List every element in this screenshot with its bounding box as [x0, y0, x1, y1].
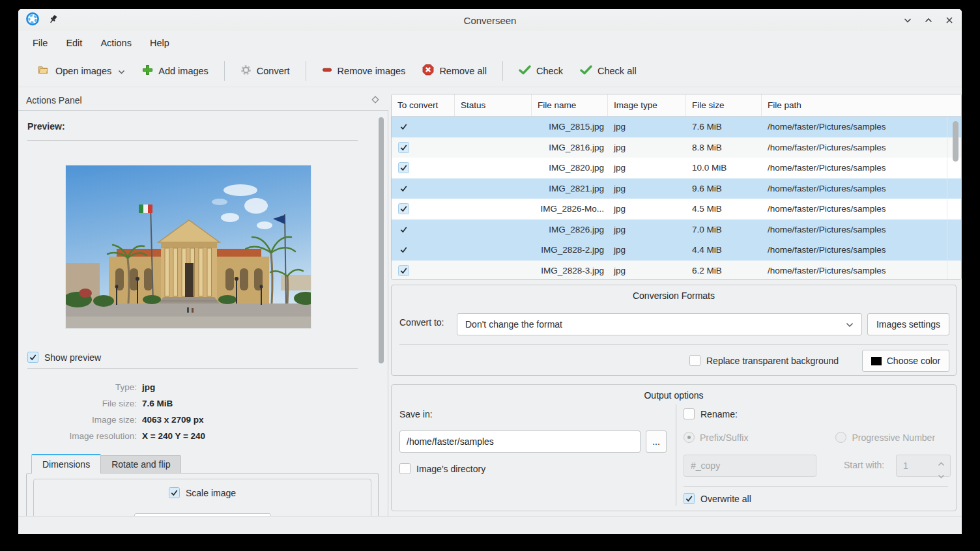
col-file-path[interactable]: File path — [762, 94, 948, 116]
row-checkbox[interactable] — [398, 203, 409, 214]
tab-rotate-flip[interactable]: Rotate and flip — [101, 455, 181, 473]
cell-file-path: /home/faster/Pictures/samples — [762, 143, 948, 152]
overwrite-all-checkbox[interactable]: Overwrite all — [684, 493, 751, 504]
cell-file-size: 4.5 MiB — [686, 204, 762, 214]
table-row[interactable]: IMG_2820.jpg jpg 10.0 MiB /home/faster/P… — [392, 158, 961, 178]
table-row[interactable]: IMG_2816.jpg jpg 8.8 MiB /home/faster/Pi… — [392, 137, 961, 158]
replace-background-checkbox[interactable]: Replace transparent background — [689, 355, 839, 366]
cell-file-size: 10.0 MiB — [686, 163, 762, 173]
row-checkbox[interactable] — [398, 265, 409, 276]
radio-selected-icon — [684, 432, 695, 443]
open-images-button[interactable]: Open images — [31, 59, 132, 82]
menu-help[interactable]: Help — [141, 34, 179, 52]
checkbox-unchecked-icon — [399, 463, 411, 474]
cell-file-size: 6.2 MiB — [686, 266, 762, 276]
col-to-convert[interactable]: To convert — [392, 94, 455, 116]
start-with-value: 1 — [903, 460, 908, 471]
resolution-label: Image resolution: — [18, 431, 137, 441]
table-row[interactable]: IMG_2828-3.jpg jpg 6.2 MiB /home/faster/… — [392, 261, 961, 281]
check-button[interactable]: Check — [512, 60, 569, 82]
cell-file-size: 7.0 MiB — [686, 225, 762, 234]
save-in-label: Save in: — [399, 409, 433, 419]
col-status[interactable]: Status — [455, 94, 532, 116]
close-button[interactable] — [944, 14, 955, 26]
images-directory-checkbox[interactable]: Image's directory — [399, 463, 485, 474]
rename-mode-radios: Prefix/Suffix Progressive Number — [684, 432, 949, 443]
table-row[interactable]: IMG_2821.jpg jpg 9.6 MiB /home/faster/Pi… — [392, 178, 961, 199]
format-combobox[interactable]: Don't change the format — [457, 313, 862, 335]
divider — [27, 368, 358, 369]
cell-image-type: jpg — [608, 163, 686, 173]
color-swatch — [871, 357, 882, 365]
table-row[interactable]: IMG_2826.jpg jpg 7.0 MiB /home/faster/Pi… — [392, 219, 961, 240]
rename-checkbox[interactable]: Rename: — [684, 408, 738, 419]
cell-image-type: jpg — [608, 184, 686, 193]
show-preview-checkbox[interactable]: Show preview — [27, 352, 101, 363]
images-settings-label: Images settings — [876, 319, 940, 330]
convert-button[interactable]: Convert — [234, 59, 296, 83]
cell-file-name: IMG_2821.jpg — [532, 184, 608, 193]
images-settings-button[interactable]: Images settings — [867, 313, 949, 335]
remove-all-label: Remove all — [439, 66, 487, 76]
checkbox-checked-icon — [27, 352, 38, 363]
menu-actions[interactable]: Actions — [91, 34, 141, 52]
checkbox-checked-icon — [169, 487, 180, 498]
converseen-window: Converseen File Edit Actions Help Open i… — [18, 9, 962, 534]
maximize-button[interactable] — [923, 14, 934, 26]
table-row[interactable]: IMG_2828-2.jpg jpg 4.4 MiB /home/faster/… — [392, 240, 961, 261]
check-icon — [519, 65, 531, 77]
check-all-button[interactable]: Check all — [573, 60, 643, 82]
cell-file-path: /home/faster/Pictures/samples — [762, 266, 948, 276]
menu-edit[interactable]: Edit — [57, 34, 91, 52]
scale-image-checkbox[interactable]: Scale image — [34, 487, 371, 498]
output-options-group: Output options Save in: ... Image's dire… — [391, 384, 957, 511]
col-file-name[interactable]: File name — [532, 94, 608, 116]
menu-file[interactable]: File — [23, 34, 57, 52]
cell-image-type: jpg — [608, 122, 686, 132]
overwrite-all-label: Overwrite all — [700, 494, 751, 504]
cell-file-name: IMG_2826.jpg — [532, 225, 608, 234]
choose-color-button[interactable]: Choose color — [862, 350, 949, 372]
progressive-number-radio[interactable]: Progressive Number — [835, 432, 935, 443]
cell-image-type: jpg — [608, 204, 686, 214]
cell-file-path: /home/faster/Pictures/samples — [762, 184, 948, 193]
toolbar-separator — [502, 61, 503, 81]
row-checkbox[interactable] — [398, 142, 409, 153]
remove-images-button[interactable]: Remove images — [315, 59, 412, 82]
table-row[interactable]: IMG_2826-Mo... jpg 4.5 MiB /home/faster/… — [392, 199, 961, 219]
divider — [684, 486, 948, 487]
add-images-button[interactable]: Add images — [136, 59, 215, 83]
row-checkbox[interactable] — [398, 244, 409, 255]
spin-down-icon[interactable] — [938, 470, 945, 481]
open-images-label: Open images — [55, 66, 111, 76]
output-options-title: Output options — [392, 390, 956, 401]
float-panel-icon[interactable] — [371, 95, 379, 106]
cell-image-type: jpg — [608, 143, 686, 152]
checkbox-unchecked-icon — [684, 408, 695, 419]
remove-all-button[interactable]: Remove all — [416, 59, 493, 83]
prefix-suffix-radio[interactable]: Prefix/Suffix — [684, 432, 748, 443]
table-scrollbar[interactable] — [953, 121, 958, 162]
toolbar-separator — [224, 61, 225, 81]
table-row[interactable]: IMG_2815.jpg jpg 7.6 MiB /home/faster/Pi… — [392, 117, 961, 137]
tab-dimensions[interactable]: Dimensions — [31, 454, 101, 473]
save-in-input[interactable] — [399, 431, 641, 453]
type-label: Type: — [18, 382, 137, 392]
titlebar[interactable]: Converseen — [18, 9, 962, 31]
row-checkbox[interactable] — [398, 224, 409, 235]
toolbar: Open images Add images Convert Remove im… — [18, 55, 962, 87]
row-checkbox[interactable] — [398, 183, 409, 194]
col-file-size[interactable]: File size — [686, 94, 762, 116]
row-checkbox[interactable] — [398, 121, 409, 132]
dock-scrollbar[interactable] — [379, 117, 384, 363]
scale-image-label: Scale image — [186, 488, 236, 498]
cell-file-path: /home/faster/Pictures/samples — [762, 225, 948, 234]
spin-up-icon[interactable] — [938, 458, 945, 468]
col-image-type[interactable]: Image type — [608, 94, 686, 116]
minimize-button[interactable] — [902, 14, 914, 26]
start-with-spinner[interactable]: 1 — [896, 455, 951, 477]
row-checkbox[interactable] — [398, 162, 409, 173]
rename-pattern-input[interactable] — [684, 455, 816, 477]
browse-button[interactable]: ... — [646, 431, 667, 453]
browse-label: ... — [652, 436, 660, 447]
